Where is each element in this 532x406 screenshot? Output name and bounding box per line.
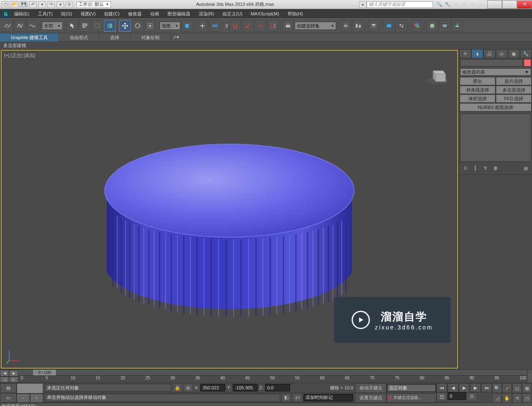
selection-set-filter[interactable]: 选定对象 bbox=[387, 384, 436, 392]
keymode-icon[interactable] bbox=[209, 20, 221, 32]
motion-tab-icon[interactable]: ◎ bbox=[496, 49, 508, 58]
modifier-list-dropdown[interactable]: 修改器列表▼ bbox=[460, 68, 531, 76]
time-tag-icon[interactable]: 🏷 bbox=[293, 394, 302, 402]
snap-toggle-icon[interactable] bbox=[229, 20, 241, 32]
timeline-right-handle[interactable]: ⋮ bbox=[527, 370, 532, 383]
close-button[interactable]: ✕ bbox=[517, 0, 532, 9]
new-file-icon[interactable]: ▢ bbox=[2, 1, 9, 8]
menu-tools[interactable]: 工具(T) bbox=[34, 9, 57, 18]
prev-frame-icon[interactable]: ◀ bbox=[448, 383, 458, 392]
zoom-extents-all-icon[interactable]: ▦ bbox=[522, 383, 532, 393]
zoom-extents-icon[interactable]: ◱ bbox=[512, 383, 522, 393]
time-slider-thumb[interactable]: 0 / 100 bbox=[33, 370, 56, 375]
open-file-icon[interactable]: 📂 bbox=[11, 1, 18, 8]
ref-coord-dropdown[interactable]: 视图▼ bbox=[160, 22, 180, 30]
ribbon-expand-icon[interactable]: ⤢▾ bbox=[171, 33, 181, 41]
curve-editor-icon[interactable] bbox=[383, 20, 395, 32]
redo-dropdown-icon[interactable]: ▾ bbox=[57, 1, 64, 8]
ribbon-tab-freeform[interactable]: 自由形式 bbox=[59, 33, 99, 42]
create-tab-icon[interactable]: ✳ bbox=[459, 49, 471, 58]
menu-modifiers[interactable]: 修改器 bbox=[124, 9, 146, 18]
set-key-button[interactable]: 设置关键点 bbox=[355, 393, 387, 403]
hierarchy-tab-icon[interactable]: 品 bbox=[483, 49, 495, 58]
zoom-icon[interactable]: 🔍 bbox=[492, 383, 502, 393]
spinner-snap-icon[interactable] bbox=[267, 20, 278, 32]
link-icon[interactable] bbox=[2, 20, 13, 32]
rendered-frame-icon[interactable] bbox=[439, 20, 451, 32]
ribbon-tab-graphite[interactable]: Graphite 建模工具 bbox=[0, 33, 59, 42]
bind-space-warp-icon[interactable] bbox=[27, 20, 38, 32]
move-icon[interactable] bbox=[119, 20, 131, 32]
remove-modifier-icon[interactable]: 🗑 bbox=[492, 164, 499, 172]
viewport-label[interactable]: [+] [正交] [真实] bbox=[4, 52, 35, 59]
mirror-icon[interactable] bbox=[340, 20, 352, 32]
save-file-icon[interactable]: 💾 bbox=[20, 1, 27, 8]
model-object[interactable] bbox=[88, 97, 371, 331]
mod-btn-patch-select[interactable]: 面片选择 bbox=[496, 77, 532, 85]
rotate-icon[interactable] bbox=[132, 20, 143, 32]
scroll-right-icon[interactable]: ▶ bbox=[9, 370, 18, 376]
scroll-right2-icon[interactable]: ▷ bbox=[9, 376, 18, 383]
mod-btn-poly-select[interactable]: 多边形选择 bbox=[496, 86, 532, 94]
layers-icon[interactable] bbox=[368, 20, 379, 32]
configure-sets-icon[interactable]: ▤ bbox=[522, 164, 530, 172]
trackbar[interactable]: 0510152025303540455055606570758085909510… bbox=[18, 376, 527, 383]
undo-dropdown-icon[interactable]: ▾ bbox=[38, 1, 46, 8]
auto-key-button[interactable]: 自动关键点 bbox=[355, 383, 387, 393]
menu-group[interactable]: 组(G) bbox=[57, 9, 76, 18]
unlink-icon[interactable] bbox=[14, 20, 26, 32]
search-icon[interactable]: 🔍 bbox=[436, 1, 443, 8]
menu-grapheditors[interactable]: 图形编辑器 bbox=[163, 9, 195, 18]
menu-create[interactable]: 创建(C) bbox=[100, 9, 123, 18]
key-icon[interactable]: ⚿ bbox=[387, 395, 393, 400]
ribbon-subpanel-label[interactable]: 多边形建模 bbox=[0, 42, 532, 49]
scroll-left-icon[interactable]: ◀ bbox=[0, 370, 9, 376]
pin-stack-icon[interactable]: ⎘ bbox=[462, 164, 469, 172]
selection-filter-dropdown[interactable]: 全部▼ bbox=[42, 22, 63, 30]
fov-icon[interactable]: ◿ bbox=[492, 393, 502, 403]
title-chevron-icon[interactable]: ▸ bbox=[359, 1, 367, 8]
orbit-icon[interactable]: ⟲ bbox=[512, 393, 522, 403]
chevron-down-icon[interactable]: ▾ bbox=[477, 1, 485, 8]
render-icon[interactable] bbox=[451, 20, 463, 32]
zoom-in-icon[interactable]: + bbox=[30, 394, 43, 403]
max-viewport-icon[interactable]: ◳ bbox=[522, 393, 532, 403]
show-end-result-icon[interactable]: ║ bbox=[472, 164, 479, 172]
key-filters-button[interactable]: 关键点过滤器... bbox=[393, 395, 436, 401]
select-by-name-icon[interactable] bbox=[79, 20, 91, 32]
display-tab-icon[interactable]: ▣ bbox=[508, 49, 520, 58]
isolate-icon[interactable]: ◧ bbox=[282, 394, 291, 402]
connect-icon[interactable]: ✳ bbox=[452, 1, 460, 8]
edit-named-sel-icon[interactable] bbox=[282, 20, 294, 32]
menu-view[interactable]: 视图(V) bbox=[76, 9, 100, 18]
window-crossing-icon[interactable] bbox=[104, 20, 116, 32]
percent-snap-icon[interactable]: % bbox=[254, 20, 266, 32]
goto-start-icon[interactable]: ⏮ bbox=[436, 383, 447, 392]
menu-customize[interactable]: 自定义(U) bbox=[218, 9, 246, 18]
ribbon-tab-selection[interactable]: 选择 bbox=[99, 33, 131, 42]
rect-region-icon[interactable] bbox=[91, 20, 103, 32]
mod-btn-ffd-select[interactable]: FFD 选择 bbox=[496, 94, 532, 103]
select-object-icon[interactable] bbox=[66, 20, 78, 32]
schematic-view-icon[interactable] bbox=[396, 20, 407, 32]
key-mode-icon[interactable]: ⚿ bbox=[436, 392, 447, 401]
search-input[interactable]: 键入关键字或短语 bbox=[367, 1, 433, 8]
timeline-zoom-bar[interactable] bbox=[17, 383, 43, 394]
absolute-transform-icon[interactable]: ⊞ bbox=[184, 384, 193, 392]
scroll-left2-icon[interactable]: ◁ bbox=[0, 376, 9, 383]
utilities-tab-icon[interactable]: 🔧 bbox=[520, 49, 532, 58]
modifier-stack[interactable] bbox=[460, 114, 531, 162]
z-coord-input[interactable]: 0.0 bbox=[265, 384, 290, 391]
menu-help[interactable]: 帮助(H) bbox=[283, 9, 307, 18]
next-frame-icon[interactable]: ▶ bbox=[470, 383, 481, 392]
pan-icon[interactable]: ✋ bbox=[502, 393, 512, 403]
time-config-icon[interactable]: ⏱ bbox=[466, 392, 477, 401]
object-name-input[interactable] bbox=[460, 59, 523, 67]
goto-end-icon[interactable]: ⏭ bbox=[481, 383, 492, 392]
y-coord-input[interactable]: -105.905 bbox=[233, 384, 258, 391]
current-frame-input[interactable]: 0 bbox=[448, 392, 466, 400]
make-unique-icon[interactable]: ∀ bbox=[482, 164, 489, 172]
angle-snap-icon[interactable] bbox=[242, 20, 254, 32]
object-color-swatch[interactable] bbox=[524, 59, 531, 67]
mod-btn-spline-select[interactable]: 样条线选择 bbox=[460, 86, 495, 94]
